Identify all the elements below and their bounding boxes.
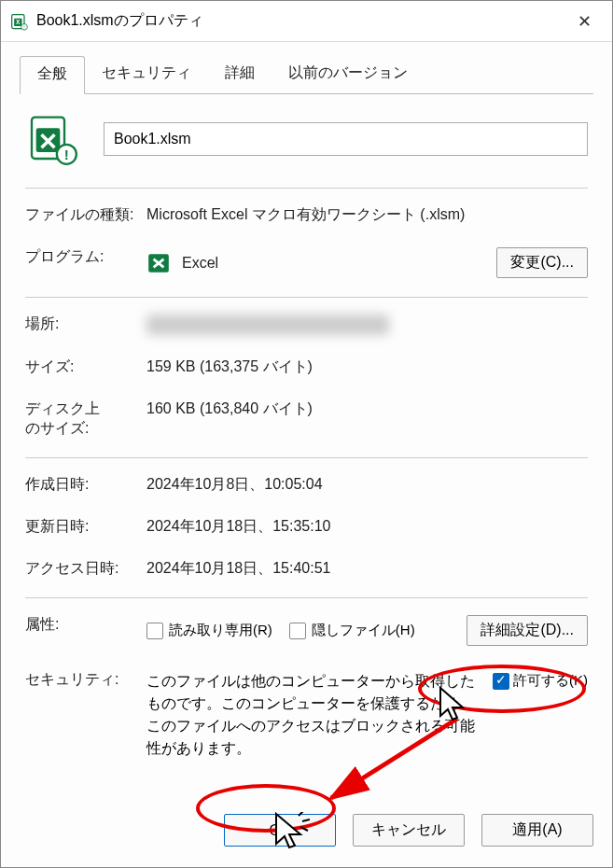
accessed-label: アクセス日時: <box>25 559 146 579</box>
tab-details[interactable]: 詳細 <box>208 56 272 94</box>
program-label: プログラム: <box>25 247 146 267</box>
tab-content-general: ! ファイルの種類: Microsoft Excel マクロ有効ワークシート (… <box>20 94 593 791</box>
unblock-label: 許可する(K) <box>513 672 588 690</box>
properties-dialog: X! Book1.xlsmのプロパティ ✕ 全般 セキュリティ 詳細 以前のバー… <box>0 0 613 868</box>
created-value: 2024年10月8日、10:05:04 <box>146 475 588 495</box>
readonly-label: 読み取り専用(R) <box>169 622 272 639</box>
close-button[interactable]: ✕ <box>565 3 603 40</box>
separator <box>25 188 588 189</box>
svg-text:!: ! <box>64 147 69 162</box>
size-label: サイズ: <box>25 357 146 377</box>
window-title: Book1.xlsmのプロパティ <box>36 11 565 31</box>
checkbox-checked-icon <box>493 673 509 690</box>
modified-value: 2024年10月18日、15:35:10 <box>146 517 588 537</box>
readonly-checkbox[interactable]: 読み取り専用(R) <box>146 622 272 639</box>
cancel-button[interactable]: キャンセル <box>353 814 465 847</box>
tab-strip: 全般 セキュリティ 詳細 以前のバージョン <box>20 55 593 94</box>
size-on-disk-label: ディスク上 のサイズ: <box>25 399 146 439</box>
security-text: このファイルは他のコンピューターから取得したものです。このコンピューターを保護す… <box>146 670 480 760</box>
titlebar: X! Book1.xlsmのプロパティ ✕ <box>1 1 612 42</box>
separator <box>25 457 588 458</box>
location-value-redacted <box>146 315 389 335</box>
hidden-checkbox[interactable]: 隠しファイル(H) <box>289 622 415 639</box>
svg-text:X: X <box>16 19 21 25</box>
checkbox-icon <box>289 623 306 639</box>
separator <box>25 297 588 298</box>
created-label: 作成日時: <box>25 475 146 495</box>
size-on-disk-value: 160 KB (163,840 バイト) <box>146 399 588 419</box>
accessed-value: 2024年10月18日、15:40:51 <box>146 559 588 579</box>
file-type-value: Microsoft Excel マクロ有効ワークシート (.xlsm) <box>146 205 588 225</box>
change-program-button[interactable]: 変更(C)... <box>496 247 588 278</box>
program-value: Excel <box>182 255 218 272</box>
size-value: 159 KB (163,375 バイト) <box>146 357 588 377</box>
tab-previous-versions[interactable]: 以前のバージョン <box>272 56 425 94</box>
ok-button[interactable]: OK <box>224 814 336 847</box>
unblock-checkbox[interactable]: 許可する(K) <box>493 672 588 690</box>
attributes-label: 属性: <box>25 615 146 635</box>
filename-input[interactable] <box>104 122 588 156</box>
svg-text:!: ! <box>23 23 24 29</box>
advanced-button[interactable]: 詳細設定(D)... <box>467 615 588 646</box>
tab-general[interactable]: 全般 <box>20 56 85 94</box>
apply-button[interactable]: 適用(A) <box>481 814 593 847</box>
file-type-label: ファイルの種類: <box>25 205 146 225</box>
hidden-label: 隠しファイル(H) <box>312 622 415 639</box>
separator <box>25 597 588 598</box>
file-type-icon: ! <box>25 113 77 165</box>
dialog-footer: OK キャンセル 適用(A) <box>1 801 612 867</box>
checkbox-icon <box>146 623 163 639</box>
location-label: 場所: <box>25 315 146 334</box>
excel-file-icon: X! <box>10 12 29 31</box>
dialog-body: 全般 セキュリティ 詳細 以前のバージョン ! <box>1 42 612 801</box>
tab-security[interactable]: セキュリティ <box>85 56 208 94</box>
modified-label: 更新日時: <box>25 517 146 537</box>
excel-app-icon <box>146 251 171 275</box>
security-label: セキュリティ: <box>25 670 146 690</box>
